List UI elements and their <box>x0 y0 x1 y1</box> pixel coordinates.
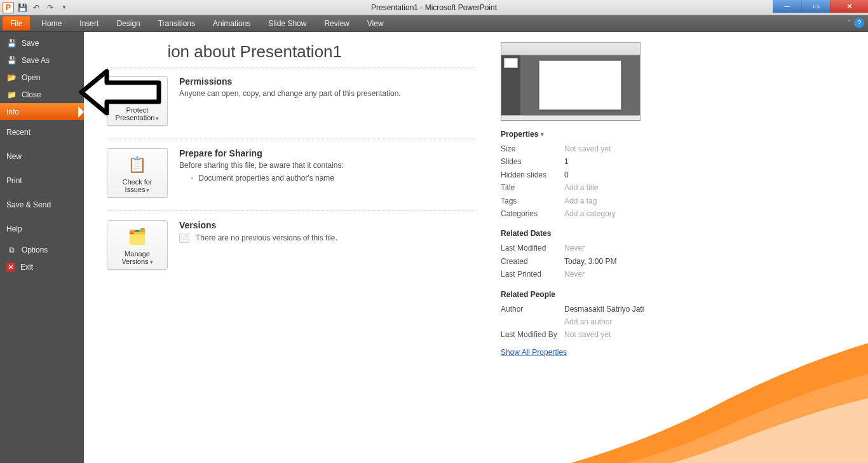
save-icon[interactable]: 💾 <box>17 2 28 13</box>
presentation-thumbnail <box>501 42 641 121</box>
related-dates-header: Related Dates <box>501 229 660 238</box>
checklist-icon: 📋 <box>110 154 165 176</box>
sidebar-label: Print <box>6 176 22 185</box>
tab-home[interactable]: Home <box>32 15 71 31</box>
prop-slides: Slides1 <box>501 155 660 168</box>
sidebar-item-help[interactable]: Help <box>0 217 84 241</box>
prop-add-author[interactable]: Add an author <box>501 315 660 328</box>
minimize-ribbon-icon[interactable]: ˆ <box>848 20 850 27</box>
shield-lock-icon: 🛡️ <box>110 82 165 104</box>
section-sharing: 📋 Check forIssues▾ Prepare for Sharing B… <box>107 148 475 198</box>
prop-tags[interactable]: TagsAdd a tag <box>501 195 660 207</box>
sharing-bullet: Document properties and author's name <box>191 174 344 183</box>
divider <box>107 67 475 67</box>
exit-icon: ✕ <box>6 263 15 272</box>
properties-pane: Properties▾ SizeNot saved yet Slides1 Hi… <box>501 42 660 463</box>
divider <box>107 139 475 139</box>
check-for-issues-button[interactable]: 📋 Check forIssues▾ <box>107 148 168 198</box>
permissions-heading: Permissions <box>179 76 401 86</box>
close-button[interactable]: ✕ <box>830 0 868 13</box>
prop-title[interactable]: TitleAdd a title <box>501 181 660 194</box>
sidebar-item-save-as[interactable]: 💾Save As <box>0 52 84 69</box>
sidebar-item-exit[interactable]: ✕Exit <box>0 258 84 275</box>
tab-review[interactable]: Review <box>315 15 358 31</box>
minimize-button[interactable]: ─ <box>773 0 801 13</box>
sidebar-label: Save <box>22 39 39 48</box>
qat-dropdown-icon[interactable]: ▼ <box>58 2 70 13</box>
sidebar-item-print[interactable]: Print <box>0 169 84 193</box>
quick-access-toolbar: P 💾 ↶ ↷ ▼ <box>0 2 70 13</box>
document-icon: 📄 <box>179 233 189 243</box>
tab-animations[interactable]: Animations <box>204 15 259 31</box>
backstage-sidebar: 💾Save 💾Save As 📂Open 📁Close Info Recent … <box>0 32 84 463</box>
save-icon: 💾 <box>6 38 17 48</box>
prop-author: AuthorDesmasakti Satriyo Jati <box>501 303 660 315</box>
redo-icon[interactable]: ↷ <box>44 2 56 13</box>
open-folder-icon: 📂 <box>6 73 17 83</box>
versions-icon: 🗂️ <box>110 226 165 247</box>
sidebar-item-open[interactable]: 📂Open <box>0 69 84 86</box>
related-people-header: Related People <box>501 290 660 299</box>
sidebar-item-close[interactable]: 📁Close <box>0 86 84 103</box>
close-folder-icon: 📁 <box>6 90 17 100</box>
sidebar-item-save[interactable]: 💾Save <box>0 34 84 52</box>
ribbon-tabs: File Home Insert Design Transitions Anim… <box>0 15 868 32</box>
undo-icon[interactable]: ↶ <box>31 2 42 13</box>
divider <box>107 211 475 211</box>
sidebar-item-options[interactable]: ⧉Options <box>0 241 84 258</box>
sidebar-label: Close <box>22 90 41 99</box>
sidebar-item-info[interactable]: Info <box>0 103 84 120</box>
prop-size: SizeNot saved yet <box>501 142 660 155</box>
versions-heading: Versions <box>179 220 337 230</box>
prop-categories[interactable]: CategoriesAdd a category <box>501 207 660 220</box>
tab-file[interactable]: File <box>2 16 31 31</box>
sidebar-label: New <box>6 152 22 161</box>
prop-created: CreatedToday, 3:00 PM <box>501 255 660 268</box>
sidebar-item-recent[interactable]: Recent <box>0 120 84 144</box>
tab-design[interactable]: Design <box>107 15 149 31</box>
powerpoint-icon: P <box>3 2 14 13</box>
sidebar-label: Exit <box>20 263 33 272</box>
prop-hidden-slides: Hidden slides0 <box>501 169 660 181</box>
tab-view[interactable]: View <box>358 15 393 31</box>
sharing-text: Before sharing this file, be aware that … <box>179 161 344 170</box>
sidebar-label: Info <box>6 107 19 116</box>
options-icon: ⧉ <box>6 245 17 255</box>
permissions-text: Anyone can open, copy, and change any pa… <box>179 89 401 98</box>
protect-presentation-button[interactable]: 🛡️ ProtectPresentation▾ <box>107 76 168 126</box>
window-title: Presentation1 - Microsoft PowerPoint <box>0 3 868 12</box>
sidebar-label: Recent <box>6 128 31 137</box>
prop-last-printed: Last PrintedNever <box>501 268 660 280</box>
page-title: Information about Presentation1 <box>107 42 475 62</box>
save-as-icon: 💾 <box>6 55 17 66</box>
maximize-button[interactable]: ▭ <box>801 0 830 13</box>
sidebar-label: Save As <box>22 56 50 65</box>
section-permissions: 🛡️ ProtectPresentation▾ Permissions Anyo… <box>107 76 475 126</box>
tab-transitions[interactable]: Transitions <box>149 15 204 31</box>
prop-last-modified: Last ModifiedNever <box>501 242 660 254</box>
sidebar-label: Options <box>22 245 48 254</box>
show-all-properties-link[interactable]: Show All Properties <box>501 348 567 357</box>
sidebar-item-save-send[interactable]: Save & Send <box>0 193 84 217</box>
window-controls: ─ ▭ ✕ <box>773 0 868 13</box>
title-bar: P 💾 ↶ ↷ ▼ Presentation1 - Microsoft Powe… <box>0 0 868 15</box>
sidebar-item-new[interactable]: New <box>0 144 84 169</box>
backstage-content: Information about Presentation1 🛡️ Prote… <box>84 32 868 463</box>
sharing-heading: Prepare for Sharing <box>179 148 344 158</box>
sidebar-label: Help <box>6 225 22 233</box>
tab-slideshow[interactable]: Slide Show <box>259 15 315 31</box>
tab-insert[interactable]: Insert <box>71 15 107 31</box>
section-versions: 🗂️ ManageVersions▾ Versions 📄 There are … <box>107 220 475 270</box>
sidebar-label: Open <box>22 73 40 82</box>
sidebar-label: Save & Send <box>6 200 51 209</box>
properties-header[interactable]: Properties▾ <box>501 130 660 139</box>
manage-versions-button[interactable]: 🗂️ ManageVersions▾ <box>107 220 168 270</box>
prop-last-modified-by: Last Modified ByNot saved yet <box>501 328 660 341</box>
versions-text-line: 📄 There are no previous versions of this… <box>179 233 337 243</box>
help-icon[interactable]: ? <box>854 18 864 28</box>
